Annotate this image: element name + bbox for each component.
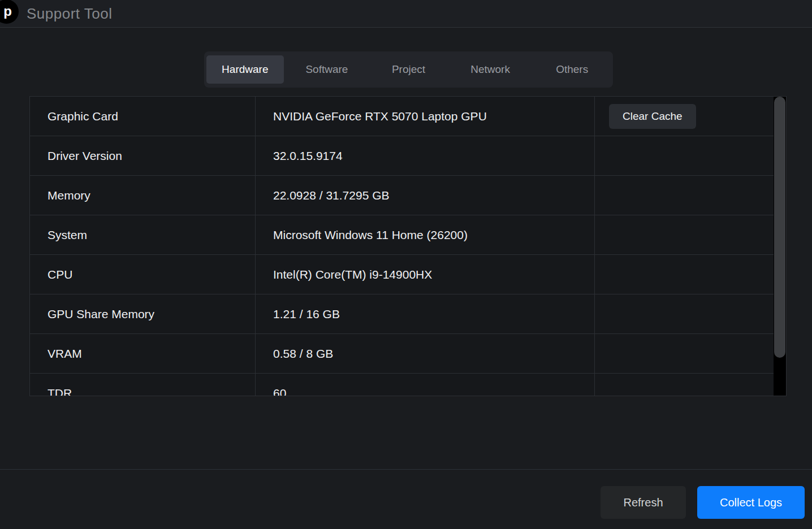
tab-others[interactable]: Others bbox=[533, 55, 611, 84]
footer-divider bbox=[0, 469, 812, 470]
row-action bbox=[595, 294, 774, 333]
row-label: CPU bbox=[30, 255, 256, 294]
row-value: Intel(R) Core(TM) i9-14900HX bbox=[256, 255, 595, 294]
table-row: CPU Intel(R) Core(TM) i9-14900HX bbox=[30, 255, 774, 294]
row-label: Driver Version bbox=[30, 136, 256, 175]
tab-network[interactable]: Network bbox=[452, 55, 529, 84]
row-action bbox=[595, 136, 774, 175]
table-grid: Graphic Card NVIDIA GeForce RTX 5070 Lap… bbox=[30, 97, 774, 396]
table-row: GPU Share Memory 1.21 / 16 GB bbox=[30, 294, 774, 334]
collect-logs-button[interactable]: Collect Logs bbox=[697, 486, 805, 519]
row-value: 1.21 / 16 GB bbox=[256, 294, 595, 333]
row-action bbox=[595, 176, 774, 215]
app-title: Support Tool bbox=[27, 0, 113, 27]
table-row: TDR 60 bbox=[30, 374, 774, 396]
logo-glyph: p bbox=[3, 5, 12, 18]
tab-bar: HardwareSoftwareProjectNetworkOthers bbox=[204, 51, 613, 88]
row-value: 22.0928 / 31.7295 GB bbox=[256, 176, 595, 215]
row-label: GPU Share Memory bbox=[30, 294, 256, 333]
row-label: System bbox=[30, 215, 256, 254]
row-label: Memory bbox=[30, 176, 256, 215]
row-action: Clear Cache bbox=[595, 97, 774, 136]
scrollbar-thumb[interactable] bbox=[774, 97, 785, 358]
table-row: Graphic Card NVIDIA GeForce RTX 5070 Lap… bbox=[30, 97, 774, 136]
table-row: Driver Version 32.0.15.9174 bbox=[30, 136, 774, 176]
table-row: System Microsoft Windows 11 Home (26200) bbox=[30, 215, 774, 255]
row-action bbox=[595, 334, 774, 373]
tab-project[interactable]: Project bbox=[370, 55, 447, 84]
title-bar: p Support Tool bbox=[0, 0, 812, 28]
row-value: NVIDIA GeForce RTX 5070 Laptop GPU bbox=[256, 97, 595, 136]
table-row: Memory 22.0928 / 31.7295 GB bbox=[30, 176, 774, 215]
row-action bbox=[595, 215, 774, 254]
row-value: 0.58 / 8 GB bbox=[256, 334, 595, 373]
hardware-info-table: Graphic Card NVIDIA GeForce RTX 5070 Lap… bbox=[29, 96, 787, 396]
row-action bbox=[595, 374, 774, 396]
row-value: 60 bbox=[256, 374, 595, 396]
tab-hardware[interactable]: Hardware bbox=[206, 55, 284, 84]
support-tool-window: p Support Tool HardwareSoftwareProjectNe… bbox=[0, 0, 812, 529]
scrollbar[interactable] bbox=[774, 97, 786, 396]
row-value: Microsoft Windows 11 Home (26200) bbox=[256, 215, 595, 254]
clear-cache-button[interactable]: Clear Cache bbox=[609, 104, 696, 129]
tab-software[interactable]: Software bbox=[288, 55, 366, 84]
app-logo-icon: p bbox=[0, 0, 19, 24]
refresh-button[interactable]: Refresh bbox=[601, 486, 686, 519]
row-action bbox=[595, 255, 774, 294]
row-label: VRAM bbox=[30, 334, 256, 373]
row-label: TDR bbox=[30, 374, 256, 396]
table-row: VRAM 0.58 / 8 GB bbox=[30, 334, 774, 374]
row-label: Graphic Card bbox=[30, 97, 256, 136]
row-value: 32.0.15.9174 bbox=[256, 136, 595, 175]
